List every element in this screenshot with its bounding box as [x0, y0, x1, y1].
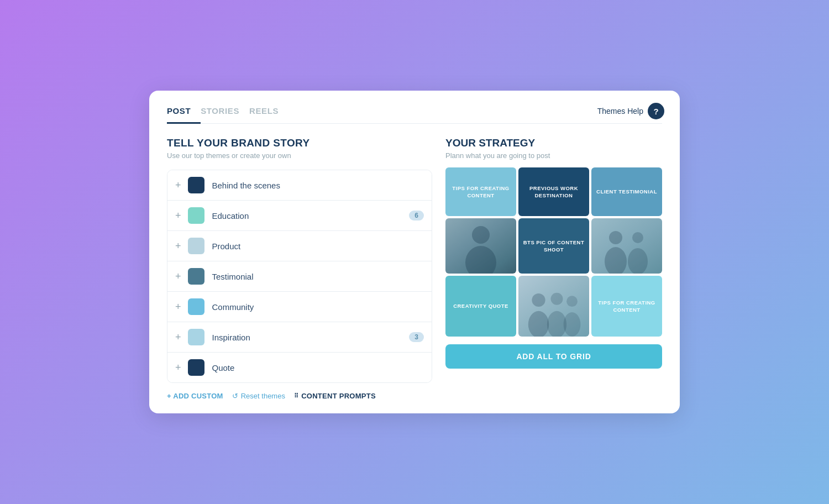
grid-cell-client-testimonial[interactable]: CLIENT TESTIMONIAL: [591, 167, 662, 216]
theme-item-inspiration: + Inspiration 3: [167, 322, 432, 353]
main-content: TELL YOUR BRAND STORY Use our top themes…: [167, 137, 662, 400]
photo-bg-office: [518, 276, 589, 337]
theme-swatch-product: [188, 238, 204, 254]
tabs: POST STORIES REELS: [167, 106, 662, 124]
grid-cell-tips-creating[interactable]: TIPS FOR CREATING CONTENT: [445, 167, 516, 216]
theme-swatch-testimonial: [188, 268, 204, 285]
grid-cell-creativity-quote-text: CREATIVITY QUOTE: [453, 302, 508, 309]
svg-point-8: [551, 293, 563, 305]
grid-cell-tips-creating-text: TIPS FOR CREATING CONTENT: [450, 185, 512, 200]
theme-swatch-community: [188, 298, 204, 315]
add-education-icon[interactable]: +: [175, 210, 181, 222]
help-label: Themes Help: [597, 107, 643, 116]
theme-item-quote: + Quote: [167, 353, 432, 382]
svg-point-1: [465, 246, 496, 274]
content-prompts-label: CONTENT PROMPTS: [301, 392, 376, 400]
grid-cell-bts-pic-text: BTS PIC OF CONTENT SHOOT: [523, 239, 585, 254]
grid-cell-bts-pic[interactable]: BTS PIC OF CONTENT SHOOT: [518, 218, 589, 274]
grid-cell-photo-office[interactable]: [518, 276, 589, 337]
grid-cell-tips-creating-2[interactable]: TIPS FOR CREATING CONTENT: [591, 276, 662, 337]
add-behind-the-scenes-icon[interactable]: +: [175, 180, 181, 191]
theme-item-testimonial: + Testimonial: [167, 261, 432, 292]
strategy-subtitle: Plann what you are going to post: [445, 151, 662, 160]
add-inspiration-icon[interactable]: +: [175, 332, 181, 343]
main-card: Themes Help ? POST STORIES REELS TELL YO…: [149, 91, 680, 413]
theme-item-community: + Community: [167, 292, 432, 322]
meeting-svg: [591, 218, 662, 274]
reset-label: Reset themes: [241, 392, 285, 400]
theme-name-education: Education: [212, 211, 410, 221]
svg-point-7: [528, 311, 549, 337]
theme-swatch-education: [188, 207, 204, 224]
theme-name-testimonial: Testimonial: [212, 272, 424, 281]
photo-bg-person: [445, 218, 516, 274]
grid-cell-previous-work[interactable]: PREVIOUS WORK DESTINATION: [518, 167, 589, 216]
office-svg: [518, 276, 589, 337]
grid-cell-creativity-quote[interactable]: CREATIVITY QUOTE: [445, 276, 516, 337]
tab-reels[interactable]: REELS: [249, 106, 288, 124]
tab-post[interactable]: POST: [167, 106, 201, 124]
grid-cell-client-testimonial-text: CLIENT TESTIMONIAL: [596, 188, 657, 195]
person-svg: [445, 218, 516, 274]
grid-cell-photo-person[interactable]: [445, 218, 516, 274]
svg-point-6: [532, 293, 545, 307]
add-custom-button[interactable]: + ADD CUSTOM: [167, 392, 223, 400]
help-button[interactable]: ?: [648, 103, 664, 119]
strategy-title: YOUR STRATEGY: [445, 137, 662, 149]
theme-swatch-behind-the-scenes: [188, 177, 204, 193]
help-area: Themes Help ?: [597, 103, 664, 119]
grid-icon: ⠿: [294, 392, 298, 400]
left-panel-title: TELL YOUR BRAND STORY: [167, 137, 432, 149]
svg-point-4: [632, 232, 643, 243]
theme-badge-inspiration: 3: [409, 332, 424, 342]
grid-cell-previous-work-text: PREVIOUS WORK DESTINATION: [523, 185, 585, 200]
theme-name-behind-the-scenes: Behind the scenes: [212, 181, 424, 190]
svg-point-5: [628, 248, 648, 274]
left-panel: TELL YOUR BRAND STORY Use our top themes…: [167, 137, 432, 400]
theme-swatch-inspiration: [188, 329, 204, 345]
theme-swatch-quote: [188, 359, 204, 376]
svg-point-3: [605, 247, 627, 274]
theme-name-inspiration: Inspiration: [212, 333, 410, 342]
reset-themes-button[interactable]: ↺ Reset themes: [232, 392, 285, 400]
theme-badge-education: 6: [409, 211, 424, 221]
svg-point-0: [472, 226, 490, 244]
add-all-to-grid-button[interactable]: ADD ALL TO GRID: [445, 344, 662, 369]
add-community-icon[interactable]: +: [175, 301, 181, 313]
theme-name-community: Community: [212, 302, 424, 312]
svg-point-10: [566, 296, 578, 307]
add-testimonial-icon[interactable]: +: [175, 271, 181, 282]
svg-point-11: [564, 312, 581, 337]
theme-name-quote: Quote: [212, 363, 424, 372]
left-panel-subtitle: Use our top themes or create your own: [167, 151, 432, 160]
bottom-actions: + ADD CUSTOM ↺ Reset themes ⠿ CONTENT PR…: [167, 392, 432, 400]
grid-cell-tips-creating-2-text: TIPS FOR CREATING CONTENT: [596, 299, 658, 314]
theme-item-product: + Product: [167, 231, 432, 261]
theme-name-product: Product: [212, 242, 424, 251]
grid-cell-photo-meeting[interactable]: [591, 218, 662, 274]
right-panel: YOUR STRATEGY Plann what you are going t…: [445, 137, 662, 400]
reset-icon: ↺: [232, 392, 238, 400]
strategy-grid: TIPS FOR CREATING CONTENT PREVIOUS WORK …: [445, 167, 662, 337]
photo-bg-meeting: [591, 218, 662, 274]
theme-list: + Behind the scenes + Education 6 + Prod…: [167, 170, 432, 383]
svg-point-2: [609, 231, 622, 244]
theme-item-education: + Education 6: [167, 201, 432, 231]
add-quote-icon[interactable]: +: [175, 362, 181, 374]
add-product-icon[interactable]: +: [175, 240, 181, 252]
tab-stories[interactable]: STORIES: [201, 106, 249, 124]
content-prompts-button[interactable]: ⠿ CONTENT PROMPTS: [294, 392, 376, 400]
theme-item-behind-the-scenes: + Behind the scenes: [167, 170, 432, 201]
